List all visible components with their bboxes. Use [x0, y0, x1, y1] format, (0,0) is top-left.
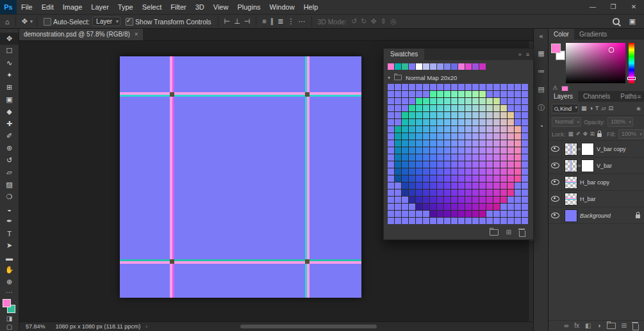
- swatch-cell[interactable]: [522, 112, 528, 118]
- swatch-cell[interactable]: [395, 161, 401, 168]
- swatch-cell[interactable]: [515, 211, 521, 217]
- swatch-cell[interactable]: [430, 147, 436, 154]
- collapse-dock-icon[interactable]: «: [539, 32, 543, 40]
- swatch-cell[interactable]: [430, 211, 436, 217]
- swatch-cell[interactable]: [479, 218, 486, 224]
- swatch-cell[interactable]: [493, 133, 500, 140]
- recent-swatch[interactable]: [402, 63, 408, 70]
- swatch-cell[interactable]: [500, 175, 507, 182]
- swatch-cell[interactable]: [486, 182, 493, 189]
- fill-value[interactable]: 100%: [618, 129, 644, 139]
- swatch-cell[interactable]: [472, 168, 479, 175]
- swatch-cell[interactable]: [479, 168, 486, 175]
- swatch-cell[interactable]: [451, 182, 458, 189]
- swatch-cell[interactable]: [444, 126, 450, 133]
- swatch-cell[interactable]: [493, 175, 500, 182]
- recent-swatch[interactable]: [444, 63, 450, 70]
- swatch-cell[interactable]: [522, 154, 528, 161]
- swatch-cell[interactable]: [409, 211, 415, 217]
- swatch-cell[interactable]: [416, 119, 422, 125]
- swatch-cell[interactable]: [515, 175, 521, 182]
- swatch-cell[interactable]: [458, 218, 465, 224]
- swatch-cell[interactable]: [522, 105, 528, 111]
- tab-swatches[interactable]: Swatches: [384, 49, 424, 60]
- swatch-cell[interactable]: [515, 147, 521, 154]
- path-selection-tool[interactable]: ➤: [0, 239, 19, 252]
- swatch-cell[interactable]: [395, 197, 401, 203]
- swatch-cell[interactable]: [458, 126, 465, 133]
- swatch-cell[interactable]: [444, 190, 450, 196]
- swatch-cell[interactable]: [451, 161, 458, 168]
- swatch-cell[interactable]: [388, 98, 394, 104]
- swatch-cell[interactable]: [515, 133, 521, 140]
- swatch-cell[interactable]: [444, 197, 450, 203]
- swatch-cell[interactable]: [416, 190, 422, 196]
- swatch-cell[interactable]: [522, 126, 528, 133]
- swatch-cell[interactable]: [402, 126, 408, 133]
- swatch-cell[interactable]: [395, 84, 401, 90]
- swatch-cell[interactable]: [388, 126, 394, 133]
- swatch-cell[interactable]: [444, 154, 450, 161]
- swatch-cell[interactable]: [515, 197, 521, 203]
- swatch-cell[interactable]: [479, 161, 486, 168]
- recent-swatch[interactable]: [458, 63, 465, 70]
- swatch-cell[interactable]: [444, 140, 450, 147]
- swatch-cell[interactable]: [451, 126, 458, 133]
- swatch-cell[interactable]: [493, 204, 500, 210]
- swatch-cell[interactable]: [444, 182, 450, 189]
- swatch-cell[interactable]: [430, 197, 436, 203]
- swatch-cell[interactable]: [500, 161, 507, 168]
- opacity-value[interactable]: 100%: [607, 117, 633, 127]
- lock-transparent-pixels-icon[interactable]: ▦: [568, 131, 574, 137]
- swatch-cell[interactable]: [423, 147, 429, 154]
- recent-swatch[interactable]: [395, 63, 401, 70]
- type-tool[interactable]: T: [0, 227, 19, 239]
- swatch-cell[interactable]: [458, 147, 465, 154]
- swatch-cell[interactable]: [515, 154, 521, 161]
- swatch-cell[interactable]: [451, 175, 458, 182]
- swatch-cell[interactable]: [500, 154, 507, 161]
- swatch-cell[interactable]: [451, 105, 458, 111]
- swatch-cell[interactable]: [409, 204, 415, 210]
- swatch-cell[interactable]: [479, 190, 486, 196]
- swatch-cell[interactable]: [500, 84, 507, 90]
- swatch-cell[interactable]: [409, 119, 415, 125]
- swatch-cell[interactable]: [437, 204, 443, 210]
- swatch-cell[interactable]: [515, 182, 521, 189]
- swatch-cell[interactable]: [472, 175, 479, 182]
- swatch-cell[interactable]: [409, 140, 415, 147]
- swatch-cell[interactable]: [416, 133, 422, 140]
- swatch-cell[interactable]: [444, 175, 450, 182]
- swatch-cell[interactable]: [388, 161, 394, 168]
- swatch-cell[interactable]: [402, 84, 408, 90]
- swatch-cell[interactable]: [430, 126, 436, 133]
- swatch-cell[interactable]: [430, 154, 436, 161]
- swatch-cell[interactable]: [515, 105, 521, 111]
- swatch-cell[interactable]: [444, 218, 450, 224]
- swatch-cell[interactable]: [458, 190, 465, 196]
- swatch-cell[interactable]: [508, 126, 514, 133]
- swatch-cell[interactable]: [486, 112, 493, 118]
- show-transform-checkbox[interactable]: [126, 18, 133, 26]
- swatch-cell[interactable]: [508, 182, 514, 189]
- swatch-cell[interactable]: [444, 112, 450, 118]
- recent-swatch[interactable]: [416, 63, 422, 70]
- recent-swatch[interactable]: [465, 63, 472, 70]
- maximize-button[interactable]: ❐: [603, 0, 623, 14]
- swatch-cell[interactable]: [416, 147, 422, 154]
- swatch-cell[interactable]: [479, 147, 486, 154]
- swatch-cell[interactable]: [402, 105, 408, 111]
- edit-toolbar-icon[interactable]: ⋯: [6, 288, 13, 296]
- menu-3d[interactable]: 3D: [191, 0, 209, 14]
- menu-help[interactable]: Help: [299, 0, 323, 14]
- swatch-cell[interactable]: [465, 168, 472, 175]
- menu-plugins[interactable]: Plugins: [233, 0, 265, 14]
- swatch-cell[interactable]: [423, 197, 429, 203]
- tab-color[interactable]: Color: [549, 29, 574, 40]
- swatch-cell[interactable]: [500, 197, 507, 203]
- swatch-cell[interactable]: [515, 84, 521, 90]
- swatch-cell[interactable]: [472, 147, 479, 154]
- visibility-toggle[interactable]: [549, 141, 562, 157]
- swatch-cell[interactable]: [402, 168, 408, 175]
- saturation-field[interactable]: [566, 43, 625, 83]
